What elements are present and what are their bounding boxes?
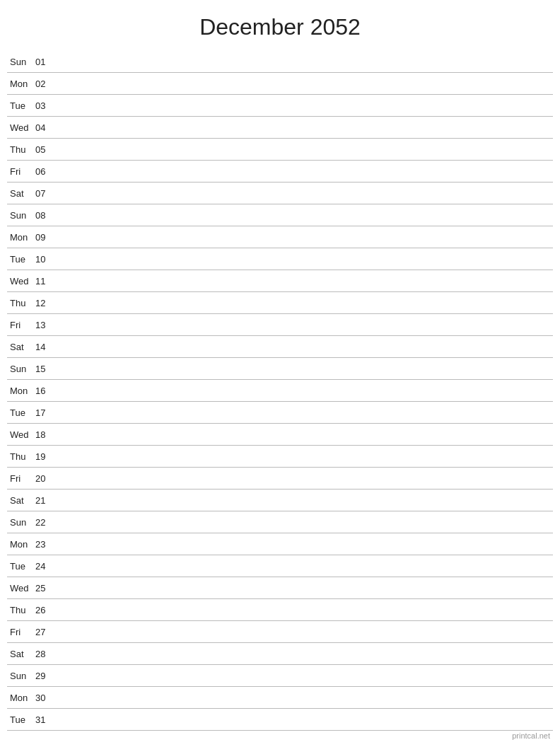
day-line — [58, 478, 553, 479]
day-row: Sun22 — [7, 511, 553, 533]
day-line — [58, 412, 553, 413]
day-line — [58, 566, 553, 567]
day-name: Mon — [7, 693, 35, 703]
day-line — [58, 544, 553, 545]
day-name: Mon — [7, 79, 35, 89]
day-line — [58, 610, 553, 610]
day-line — [58, 456, 553, 457]
day-number: 04 — [35, 122, 58, 133]
day-name: Tue — [7, 100, 35, 111]
day-name: Fri — [7, 627, 35, 637]
day-number: 30 — [35, 693, 58, 703]
day-number: 10 — [35, 254, 58, 265]
day-line — [58, 676, 553, 676]
day-row: Mon16 — [7, 380, 553, 402]
day-name: Fri — [7, 473, 35, 484]
day-number: 08 — [35, 210, 58, 221]
day-line — [58, 522, 553, 523]
day-number: 31 — [35, 714, 58, 725]
day-number: 01 — [35, 57, 58, 67]
day-name: Sun — [7, 210, 35, 221]
day-row: Mon02 — [7, 73, 553, 95]
day-row: Wed11 — [7, 270, 553, 292]
day-row: Tue17 — [7, 402, 553, 424]
day-number: 12 — [35, 298, 58, 308]
day-name: Wed — [7, 429, 35, 440]
day-line — [58, 259, 553, 260]
day-line — [58, 149, 553, 150]
day-line — [58, 390, 553, 391]
day-row: Wed18 — [7, 424, 553, 446]
day-line — [58, 105, 553, 106]
day-row: Mon23 — [7, 533, 553, 555]
day-name: Thu — [7, 144, 35, 155]
day-line — [58, 588, 553, 589]
page-title: December 2052 — [0, 0, 560, 51]
calendar-container: Sun01Mon02Tue03Wed04Thu05Fri06Sat07Sun08… — [0, 51, 560, 731]
day-name: Sun — [7, 517, 35, 528]
day-name: Thu — [7, 451, 35, 462]
day-name: Thu — [7, 298, 35, 308]
day-name: Mon — [7, 539, 35, 550]
day-name: Fri — [7, 166, 35, 177]
day-line — [58, 83, 553, 84]
day-row: Sat07 — [7, 183, 553, 204]
day-row: Wed25 — [7, 577, 553, 599]
day-name: Sat — [7, 342, 35, 352]
day-number: 28 — [35, 649, 58, 659]
day-number: 02 — [35, 79, 58, 89]
day-name: Sun — [7, 57, 35, 67]
day-row: Thu26 — [7, 599, 553, 621]
day-name: Tue — [7, 714, 35, 725]
day-row: Tue31 — [7, 709, 553, 731]
day-row: Thu05 — [7, 139, 553, 161]
day-row: Sat21 — [7, 490, 553, 511]
day-line — [58, 434, 553, 435]
day-number: 16 — [35, 386, 58, 396]
day-number: 25 — [35, 583, 58, 593]
day-line — [58, 171, 553, 172]
day-number: 13 — [35, 320, 58, 330]
day-row: Tue10 — [7, 248, 553, 270]
day-number: 15 — [35, 364, 58, 374]
day-name: Sat — [7, 188, 35, 199]
day-name: Sun — [7, 364, 35, 374]
day-row: Thu19 — [7, 446, 553, 468]
day-number: 22 — [35, 517, 58, 528]
day-number: 29 — [35, 671, 58, 681]
day-row: Sun15 — [7, 358, 553, 380]
day-row: Fri20 — [7, 468, 553, 490]
day-name: Mon — [7, 386, 35, 396]
day-number: 03 — [35, 100, 58, 111]
day-line — [58, 697, 553, 698]
day-name: Sun — [7, 671, 35, 681]
day-number: 07 — [35, 188, 58, 199]
day-name: Sat — [7, 495, 35, 506]
day-line — [58, 369, 553, 369]
day-line — [58, 215, 553, 216]
day-line — [58, 325, 553, 325]
footer-credit: printcal.net — [512, 731, 550, 740]
day-name: Tue — [7, 407, 35, 418]
day-row: Sun29 — [7, 665, 553, 687]
day-number: 06 — [35, 166, 58, 177]
day-line — [58, 347, 553, 347]
day-line — [58, 193, 553, 194]
day-name: Tue — [7, 561, 35, 572]
day-number: 24 — [35, 561, 58, 572]
day-number: 20 — [35, 473, 58, 484]
day-line — [58, 719, 553, 720]
day-name: Thu — [7, 605, 35, 615]
day-number: 17 — [35, 407, 58, 418]
day-name: Sat — [7, 649, 35, 659]
day-row: Wed04 — [7, 117, 553, 139]
day-line — [58, 127, 553, 128]
day-row: Sun08 — [7, 204, 553, 226]
day-number: 05 — [35, 144, 58, 155]
day-number: 09 — [35, 232, 58, 243]
day-name: Wed — [7, 122, 35, 133]
day-name: Fri — [7, 320, 35, 330]
day-name: Tue — [7, 254, 35, 265]
day-row: Mon30 — [7, 687, 553, 709]
day-line — [58, 237, 553, 238]
